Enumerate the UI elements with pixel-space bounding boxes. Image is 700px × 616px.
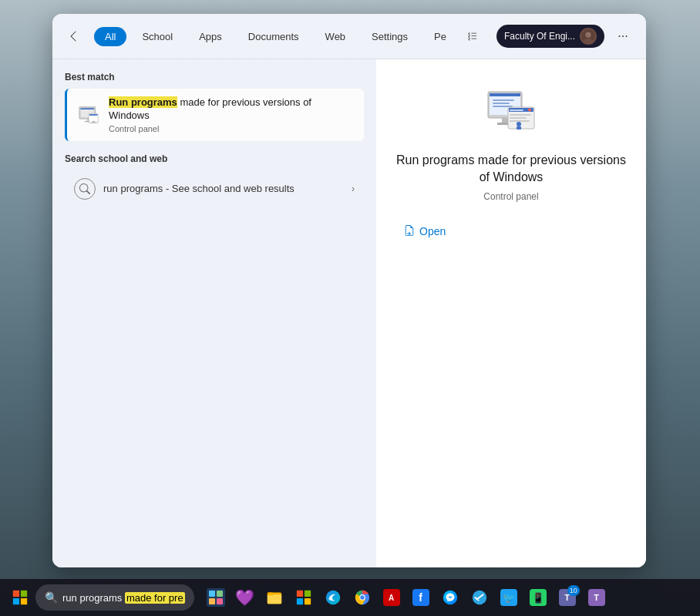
filter-all[interactable]: All	[94, 27, 126, 46]
twitter-icon: 🐦	[500, 589, 517, 606]
web-search-text: run programs - See school and web result…	[103, 183, 344, 194]
teams-meet-icon: 💜	[236, 588, 254, 607]
telegram-icon	[470, 588, 489, 607]
svg-rect-26	[510, 117, 527, 119]
open-button[interactable]: Open	[395, 220, 455, 243]
filter-bar: All School Apps Documents Web Settings P…	[52, 14, 646, 59]
svg-rect-11	[93, 121, 95, 123]
back-button[interactable]	[65, 25, 86, 47]
store-icon	[294, 588, 313, 607]
svg-rect-23	[510, 109, 523, 111]
taskbar-teams[interactable]: T 10	[554, 584, 581, 611]
svg-rect-41	[296, 591, 302, 597]
taskbar-messenger[interactable]	[436, 584, 464, 611]
svg-rect-30	[13, 591, 19, 597]
best-match-text: Run programs made for previous versions …	[109, 96, 355, 133]
filter-documents[interactable]: Documents	[237, 27, 310, 46]
svg-rect-43	[296, 598, 302, 604]
taskbar-autocad[interactable]: A	[378, 584, 406, 611]
best-match-title-text: Run programs made for previous versions …	[109, 96, 355, 123]
filter-settings[interactable]: Settings	[361, 27, 419, 46]
teams-badge: 10	[567, 585, 580, 596]
filter-school[interactable]: School	[131, 27, 183, 46]
svg-point-50	[443, 591, 456, 604]
svg-rect-16	[493, 99, 514, 101]
svg-rect-19	[502, 118, 508, 123]
widgets-icon	[207, 588, 225, 607]
right-panel: Run programs made for previous versions …	[376, 59, 646, 567]
teams2-icon: T	[588, 589, 605, 606]
taskbar-search[interactable]: 🔍 run programs made for pre	[35, 584, 194, 611]
messenger-icon	[441, 588, 459, 607]
highlight-text: Run programs	[109, 96, 177, 108]
search-web-title: Search school and web	[65, 153, 364, 164]
explorer-icon	[265, 588, 284, 607]
chrome-icon	[353, 588, 372, 607]
program-compat-icon	[76, 103, 101, 127]
account-chip[interactable]: Faculty Of Engi...	[496, 25, 604, 48]
svg-point-1	[585, 32, 591, 38]
search-highlight: made for pre	[125, 592, 185, 604]
edge-icon	[324, 588, 342, 607]
autocad-icon: A	[383, 589, 400, 606]
taskbar-teams2[interactable]: T	[583, 584, 611, 611]
svg-point-49	[360, 595, 365, 600]
taskbar-store[interactable]	[290, 584, 318, 611]
result-title: Run programs made for previous versions …	[395, 152, 628, 187]
taskbar-twitter[interactable]: 🐦	[495, 584, 523, 611]
web-item-arrow: ›	[352, 183, 355, 194]
account-avatar	[580, 28, 597, 45]
svg-point-28	[517, 122, 521, 126]
taskbar-edge[interactable]	[319, 584, 347, 611]
filter-apps[interactable]: Apps	[188, 27, 233, 46]
svg-rect-32	[13, 598, 19, 604]
svg-rect-39	[267, 594, 281, 604]
taskbar-widgets[interactable]	[202, 584, 230, 611]
search-panel: All School Apps Documents Web Settings P…	[52, 14, 646, 567]
svg-rect-33	[21, 598, 27, 604]
svg-rect-25	[510, 114, 531, 116]
svg-rect-44	[305, 598, 311, 604]
taskbar: 🔍 run programs made for pre 💜	[0, 579, 700, 616]
taskbar-telegram[interactable]	[466, 584, 493, 611]
taskbar-search-text: run programs made for pre	[62, 592, 185, 604]
taskbar-chrome[interactable]	[348, 584, 376, 611]
svg-point-45	[325, 591, 339, 604]
taskbar-explorer[interactable]	[261, 584, 288, 611]
open-icon	[404, 225, 415, 238]
svg-rect-27	[510, 120, 530, 122]
svg-rect-34	[209, 591, 215, 597]
svg-rect-35	[217, 591, 223, 597]
svg-rect-5	[81, 108, 95, 109]
svg-rect-29	[517, 126, 521, 130]
start-button[interactable]	[6, 584, 34, 611]
account-label: Faculty Of Engi...	[504, 31, 575, 42]
web-search-icon	[74, 178, 96, 200]
filter-web[interactable]: Web	[315, 27, 357, 46]
svg-rect-36	[209, 598, 215, 604]
left-panel: Best match	[52, 59, 376, 567]
filter-more-button[interactable]	[462, 25, 483, 47]
taskbar-facebook[interactable]: f	[407, 584, 435, 611]
web-query: run programs	[103, 183, 163, 194]
taskbar-whatsapp[interactable]: 📱	[524, 584, 552, 611]
more-options-button[interactable]: ···	[612, 25, 634, 47]
web-search-item[interactable]: run programs - See school and web result…	[65, 170, 364, 207]
svg-rect-37	[217, 598, 223, 604]
svg-rect-10	[89, 114, 98, 116]
svg-rect-40	[267, 593, 272, 596]
search-query: run programs	[62, 592, 122, 604]
open-label: Open	[419, 225, 446, 237]
facebook-icon: f	[412, 589, 429, 606]
taskbar-teams-meet[interactable]: 💜	[231, 584, 259, 611]
best-match-subtitle: Control panel	[109, 124, 355, 133]
whatsapp-icon: 📱	[530, 589, 547, 606]
result-icon-large	[483, 84, 539, 140]
main-content: Best match	[52, 59, 646, 567]
web-rest: - See school and web results	[163, 183, 294, 194]
result-subtitle: Control panel	[483, 191, 538, 202]
best-match-item[interactable]: Run programs made for previous versions …	[65, 89, 364, 141]
filter-people[interactable]: Pe	[423, 27, 457, 46]
svg-rect-12	[92, 123, 96, 123]
svg-rect-17	[493, 103, 510, 104]
